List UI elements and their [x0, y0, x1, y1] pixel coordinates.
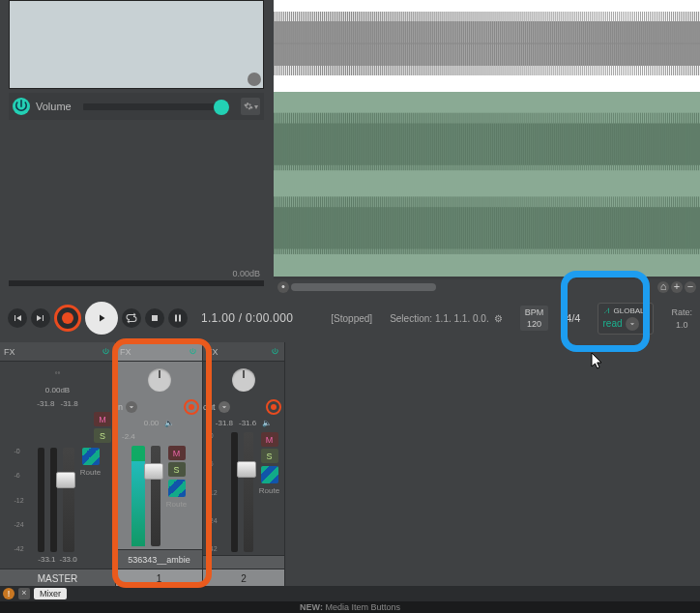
waveform-scroll-row: • ⌂ + −: [274, 279, 700, 295]
track1-route-icon[interactable]: [168, 480, 186, 497]
scroll-home-icon[interactable]: ⌂: [657, 281, 669, 293]
stop-button[interactable]: [145, 308, 164, 328]
transport-bar: 1.1.00 / 0:00.000 [Stopped] Selection: 1…: [0, 297, 700, 339]
fader-handle[interactable]: [56, 472, 75, 488]
automation-mode-dropdown[interactable]: [626, 317, 639, 331]
waveform-hscroll[interactable]: [291, 283, 656, 291]
track-panel-hscroll[interactable]: [9, 280, 264, 286]
io-dropdown[interactable]: [126, 401, 137, 413]
track2-solo-button[interactable]: S: [261, 449, 278, 463]
track1-mute-button[interactable]: M: [168, 446, 186, 460]
svg-rect-2: [274, 12, 700, 75]
master-db-readout: 0.00dB: [0, 383, 115, 396]
master-vu-left: [38, 448, 44, 552]
track2-scale: -0-6-12-24-42: [208, 432, 225, 552]
master-mute-button[interactable]: M: [94, 412, 111, 426]
track2-number[interactable]: 2: [203, 569, 284, 588]
master-peak-r: -33.0: [60, 555, 77, 569]
track-settings-button[interactable]: ▾: [241, 98, 260, 115]
fader-handle[interactable]: [237, 461, 256, 478]
arrangement-area: Volume ▾ 0.00dB: [0, 0, 700, 290]
route-label: Route: [166, 500, 187, 509]
pan-knob[interactable]: [232, 368, 255, 392]
bpm-label: BPM: [525, 307, 544, 317]
svg-rect-13: [179, 315, 181, 322]
transport-status: [Stopped]: [331, 313, 372, 324]
scroll-thumb[interactable]: [291, 283, 436, 291]
fx-label[interactable]: FX: [4, 347, 15, 357]
selection-label: Selection:: [390, 313, 432, 324]
route-label: Route: [259, 486, 279, 495]
fader-handle[interactable]: [144, 463, 163, 480]
track-volume-slider[interactable]: [83, 103, 229, 110]
rate-box[interactable]: Rate: 1.0: [671, 307, 692, 330]
time-signature[interactable]: 4/4: [566, 312, 580, 324]
track-power-icon[interactable]: [13, 98, 30, 115]
track2-route-icon[interactable]: [261, 466, 278, 483]
track-item-preview[interactable]: [9, 0, 264, 89]
mixer-channel-1[interactable]: FX in 0.00 🔈 -2.4 M S: [116, 342, 203, 588]
panel-db-readout: 0.00dB: [232, 269, 260, 278]
selection-readout[interactable]: Selection: 1.1. 1.1. 0.0. ⚙: [390, 313, 503, 324]
pause-button[interactable]: [168, 308, 188, 328]
selection-value: 1.1. 1.1. 0.0.: [435, 313, 489, 324]
fx-power-icon[interactable]: [187, 346, 198, 358]
master-label[interactable]: MASTER: [0, 569, 115, 588]
master-db-right: -31.8: [61, 399, 78, 408]
pan-knob[interactable]: [148, 368, 171, 392]
close-tab-button[interactable]: ×: [18, 588, 30, 599]
slider-thumb[interactable]: [214, 100, 229, 115]
automation-mode-label: read: [602, 318, 622, 329]
fx-row: FX: [203, 342, 284, 362]
master-route-icon[interactable]: [82, 448, 100, 465]
fx-label[interactable]: FX: [207, 347, 219, 357]
track2-mute-button[interactable]: M: [261, 432, 278, 447]
master-peak-l: -33.1: [38, 555, 55, 569]
track1-vu-readout: -2.4: [122, 432, 135, 441]
track-volume-row: Volume ▾: [9, 93, 264, 120]
master-stereo-button[interactable]: ◦◦: [0, 362, 115, 383]
go-end-button[interactable]: [31, 308, 50, 328]
loop-button[interactable]: [122, 308, 141, 328]
fx-label[interactable]: FX: [120, 347, 131, 357]
news-text: Media Item Buttons: [323, 602, 400, 612]
scroll-plus-icon[interactable]: +: [671, 281, 683, 293]
scroll-minus-icon[interactable]: −: [685, 281, 696, 293]
record-button[interactable]: [54, 305, 81, 332]
svg-rect-11: [152, 315, 158, 321]
track-record-arm[interactable]: [266, 399, 281, 415]
track1-solo-button[interactable]: S: [168, 462, 186, 477]
selection-gear-icon[interactable]: ⚙: [494, 313, 503, 324]
play-button[interactable]: [85, 302, 118, 335]
svg-rect-12: [175, 315, 177, 322]
master-fader[interactable]: [63, 448, 74, 552]
fx-power-icon[interactable]: [269, 346, 280, 358]
waveform-view[interactable]: 0.300035 1723 wav: [274, 0, 700, 290]
io-dropdown[interactable]: [219, 401, 230, 413]
rate-label: Rate:: [671, 307, 692, 317]
scroll-left-dot[interactable]: •: [277, 281, 289, 293]
track1-fader[interactable]: [151, 446, 160, 546]
track-indicator-dot: [248, 73, 261, 86]
track2-fader[interactable]: [244, 432, 253, 552]
bpm-box[interactable]: BPM 120: [520, 306, 549, 331]
time-display[interactable]: 1.1.00 / 0:00.000: [201, 311, 293, 325]
route-label: Route: [80, 468, 101, 477]
track-control-panel: Volume ▾ 0.00dB: [0, 0, 274, 290]
footer-tab-bar: ! × Mixer: [0, 586, 700, 601]
go-start-button[interactable]: [8, 308, 27, 328]
master-solo-button[interactable]: S: [94, 428, 111, 443]
track1-name[interactable]: 536343__ambie: [116, 549, 202, 569]
track2-db-r: -31.6: [239, 419, 256, 427]
track2-name-blank[interactable]: [203, 555, 284, 569]
track1-number[interactable]: 1: [116, 569, 202, 588]
mixer-tab[interactable]: Mixer: [34, 588, 67, 599]
speaker-icon[interactable]: 🔈: [262, 419, 272, 427]
global-automation-box[interactable]: ⩘ GLOBAL read: [598, 303, 654, 335]
speaker-icon[interactable]: 🔈: [164, 419, 174, 427]
mixer-channel-2[interactable]: FX out -31.8 -31.6 🔈 -0-6-12-24-42 M: [203, 342, 285, 588]
warning-icon[interactable]: !: [3, 588, 15, 599]
fx-power-icon[interactable]: [100, 346, 111, 358]
mixer-panel: FX ◦◦ 0.00dB -31.8 -31.8 M S -0-6-12-24-…: [0, 342, 700, 588]
track-record-arm[interactable]: [184, 399, 199, 415]
